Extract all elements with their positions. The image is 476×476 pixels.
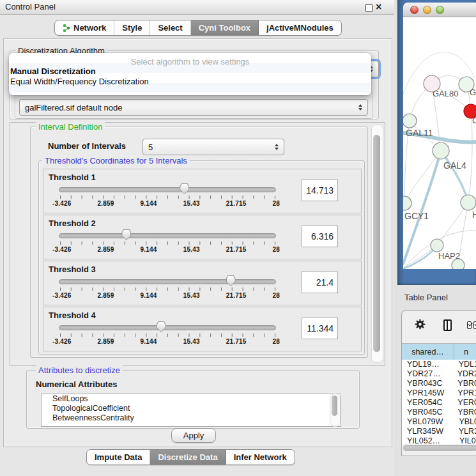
number-of-intervals-combo[interactable]: 5	[142, 139, 284, 155]
minimize-traffic-light-icon[interactable]	[423, 6, 431, 14]
threshold-label: Threshold 1	[49, 173, 96, 182]
svg-text:GAL80: GAL80	[433, 89, 458, 98]
cyni-toolbox-panel: Discretization Algorithm Table Data galF…	[3, 38, 392, 447]
attributes-scrollbar[interactable]	[330, 394, 341, 427]
select-none-checkbox-icon[interactable]	[473, 321, 476, 329]
threshold-value-field[interactable]: 14.713	[302, 180, 338, 201]
attributes-group: Attributes to discretize Numerical Attri…	[26, 370, 360, 429]
tab-discretize-data[interactable]: Discretize Data	[150, 450, 226, 464]
table-row[interactable]: YBL079W YBL0	[402, 417, 476, 427]
algorithm-prompt: Select algorithm to view settings	[9, 53, 371, 66]
table-panel: shared… n YDL19… YDL1 YDR27… YDR2	[401, 311, 476, 456]
attribute-list-item[interactable]: TopologicalCoefficient	[42, 404, 341, 413]
table-data-combo[interactable]: galFiltered.sif default node	[19, 99, 368, 116]
slider-track[interactable]	[59, 325, 276, 330]
settings-scrollpane: Interval Definition Number of Intervals …	[10, 122, 385, 366]
table-horizontal-scrollbar[interactable]	[403, 445, 476, 451]
threshold-value-field[interactable]: 6.316	[302, 226, 338, 247]
close-traffic-light-icon[interactable]	[410, 6, 418, 14]
tab-infer-network[interactable]: Infer Network	[226, 450, 295, 464]
threshold-slider[interactable]: -3.426 2.859 9.144 15.43 21.715 28	[59, 321, 276, 349]
right-region: GAL80GACYGAL11GAL4GCY1HHAP2 Table Panel	[394, 0, 476, 476]
slider-track[interactable]	[59, 279, 276, 284]
attribute-list-item[interactable]: SelfLoops	[42, 394, 341, 404]
zoom-traffic-light-icon[interactable]	[436, 6, 444, 14]
numerical-attributes-label: Numerical Attributes	[36, 380, 117, 389]
attributes-scrollbar-thumb[interactable]	[332, 395, 337, 416]
tab-select[interactable]: Select	[150, 20, 190, 35]
svg-text:GA: GA	[470, 88, 476, 97]
network-svg: GAL80GACYGAL11GAL4GCY1HHAP2	[403, 17, 476, 269]
tab-network[interactable]: Network	[55, 20, 114, 35]
algorithm-option-equal-width[interactable]: Equal Width/Frequency Discretization	[9, 77, 371, 87]
gear-icon	[415, 319, 426, 330]
numerical-attributes-list: SelfLoopsTopologicalCoefficientBetweenne…	[41, 394, 341, 427]
close-icon[interactable]: ×	[376, 0, 381, 14]
columns-icon[interactable]	[443, 319, 452, 331]
slider-thumb-icon[interactable]	[121, 229, 131, 240]
apply-button[interactable]: Apply	[171, 428, 216, 443]
table-data-group: Table Data galFiltered.sif default node	[15, 92, 373, 119]
svg-text:GAL11: GAL11	[406, 128, 433, 138]
threshold-slider[interactable]: -3.426 2.859 9.144 15.43 21.715 28	[59, 229, 276, 257]
threshold-panel: Threshold 4 -3.426 2.859 9.144	[43, 307, 362, 351]
svg-text:CY: CY	[472, 116, 476, 125]
table-rows: YDL19… YDL1 YDR27… YDR2 YBR043C YBR0	[402, 360, 476, 444]
threshold-slider[interactable]: -3.426 2.859 9.144 15.43 21.715 28	[59, 183, 276, 211]
tab-cyni-toolbox[interactable]: Cyni Toolbox	[191, 20, 259, 35]
slider-thumb-icon[interactable]	[226, 275, 236, 286]
control-panel-window: Control Panel × Network Style Select Cyn…	[0, 0, 394, 476]
interval-definition-title: Interval Definition	[36, 122, 105, 132]
cyni-mode-tabs: Impute Data Discretize Data Infer Networ…	[86, 449, 295, 465]
network-view-titlebar	[403, 3, 476, 17]
table-row[interactable]: YBR043C YBR0	[402, 379, 476, 388]
algorithm-option-manual[interactable]: Manual Discretization	[9, 66, 371, 77]
table-row[interactable]: YPR145W YPR1	[402, 388, 476, 398]
settings-scrollbar-thumb[interactable]	[373, 135, 380, 352]
attributes-group-title: Attributes to discretize	[36, 365, 123, 375]
column-header-shared-name[interactable]: shared…	[402, 344, 454, 360]
table-row[interactable]: YDL19… YDL1	[402, 360, 476, 369]
combo-arrows-icon	[275, 144, 279, 150]
tab-network-label: Network	[73, 23, 106, 33]
slider-ticks	[60, 288, 275, 291]
thresholds-group-title: Threshold's Coordinates for 5 Intervals	[42, 156, 190, 165]
network-view-window: GAL80GACYGAL11GAL4GCY1HHAP2	[397, 0, 476, 285]
attribute-list-item[interactable]: BetweennessCentrality	[42, 413, 341, 423]
threshold-label: Threshold 4	[49, 311, 96, 320]
slider-track[interactable]	[59, 233, 276, 238]
threshold-slider[interactable]: -3.426 2.859 9.144 15.43 21.715 28	[59, 275, 276, 303]
table-settings-button[interactable]	[415, 319, 426, 332]
table-row[interactable]: YDR27… YDR2	[402, 369, 476, 379]
select-all-checkbox-icon[interactable]	[467, 321, 472, 329]
settings-scrollbar[interactable]	[371, 124, 383, 363]
slider-ticks	[60, 242, 275, 245]
column-header-name[interactable]: n	[454, 344, 476, 360]
threshold-value-field[interactable]: 11.344	[302, 318, 338, 339]
slider-scale: -3.426 2.859 9.144 15.43 21.715 28	[52, 292, 280, 299]
tab-jactivemnodules[interactable]: jActiveMNodules	[259, 20, 341, 35]
slider-thumb-icon[interactable]	[180, 183, 189, 194]
number-of-intervals-label: Number of Intervals	[48, 141, 126, 151]
table-row[interactable]: YLR345W YLR3	[402, 427, 476, 436]
table-panel-title: Table Panel	[404, 293, 448, 302]
slider-ticks	[60, 334, 275, 337]
number-of-intervals-value: 5	[148, 142, 153, 152]
float-icon[interactable]	[365, 4, 372, 12]
slider-thumb-icon[interactable]	[157, 321, 166, 332]
network-icon	[63, 24, 70, 33]
threshold-value-field[interactable]: 21.4	[302, 272, 338, 293]
slider-scale: -3.426 2.859 9.144 15.43 21.715 28	[52, 338, 280, 345]
tab-style[interactable]: Style	[114, 20, 150, 35]
tab-impute-data[interactable]: Impute Data	[87, 450, 150, 464]
table-data-value: galFiltered.sif default node	[25, 103, 122, 112]
table-toolbar	[402, 311, 476, 339]
network-canvas[interactable]: GAL80GACYGAL11GAL4GCY1HHAP2	[403, 17, 476, 269]
slider-track[interactable]	[59, 187, 276, 192]
table-header: shared… n	[402, 343, 476, 360]
slider-scale: -3.426 2.859 9.144 15.43 21.715 28	[52, 246, 280, 253]
table-row[interactable]: YER054C YER0	[402, 398, 476, 408]
interval-definition-group: Interval Definition Number of Intervals …	[30, 127, 368, 358]
table-row[interactable]: YIL052… YIL0	[402, 436, 476, 444]
table-row[interactable]: YBR045C YBR0	[402, 408, 476, 417]
